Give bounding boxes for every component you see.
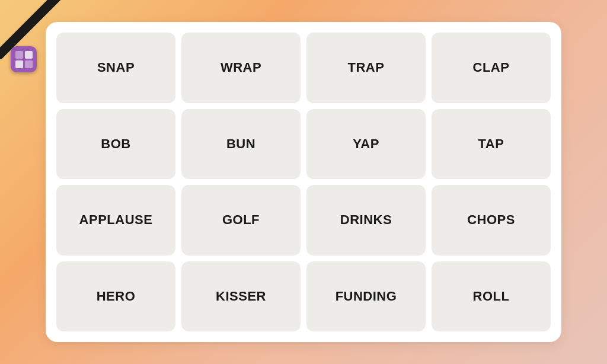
- main-grid-card: SNAPWRAPTRAPCLAPBOBBUNYAPTAPAPPLAUSEGOLF…: [46, 22, 561, 342]
- word-label-applause: APPLAUSE: [79, 212, 153, 228]
- word-tile-yap[interactable]: YAP: [306, 109, 426, 180]
- grid-row-1: BOBBUNYAPTAP: [56, 109, 551, 180]
- word-label-roll: ROLL: [473, 289, 510, 304]
- word-label-funding: FUNDING: [336, 289, 397, 304]
- word-label-tap: TAP: [478, 136, 504, 152]
- word-tile-trap[interactable]: TRAP: [306, 33, 426, 103]
- word-tile-funding[interactable]: FUNDING: [306, 261, 426, 332]
- grid-row-0: SNAPWRAPTRAPCLAP: [56, 33, 551, 103]
- icon-block-bl: [15, 60, 23, 68]
- word-label-trap: TRAP: [348, 60, 385, 75]
- grid-row-3: HEROKISSERFUNDINGROLL: [56, 261, 551, 332]
- word-label-yap: YAP: [353, 136, 379, 152]
- word-label-bun: BUN: [226, 136, 255, 152]
- word-tile-tap[interactable]: TAP: [432, 109, 551, 180]
- word-label-hero: HERO: [97, 289, 136, 304]
- icon-block-tl: [15, 51, 23, 59]
- word-tile-clap[interactable]: CLAP: [432, 33, 551, 103]
- word-tile-drinks[interactable]: DRINKS: [306, 185, 426, 256]
- word-label-bob: BOB: [101, 136, 130, 152]
- word-label-snap: SNAP: [97, 60, 135, 75]
- word-tile-hero[interactable]: HERO: [56, 261, 175, 332]
- word-label-wrap: WRAP: [221, 60, 261, 75]
- word-label-chops: CHOPS: [467, 212, 515, 228]
- word-tile-kisser[interactable]: KISSER: [181, 261, 301, 332]
- word-tile-bob[interactable]: BOB: [56, 109, 175, 180]
- word-label-kisser: KISSER: [216, 289, 266, 304]
- word-tile-applause[interactable]: APPLAUSE: [56, 185, 175, 256]
- word-tile-wrap[interactable]: WRAP: [181, 33, 301, 103]
- app-icon-grid: [12, 48, 36, 71]
- word-tile-chops[interactable]: CHOPS: [432, 185, 551, 256]
- icon-block-tr: [25, 51, 33, 59]
- word-label-clap: CLAP: [473, 60, 510, 75]
- word-tile-roll[interactable]: ROLL: [432, 261, 551, 332]
- word-tile-bun[interactable]: BUN: [181, 109, 301, 180]
- icon-block-br: [25, 60, 33, 68]
- grid-row-2: APPLAUSEGOLFDRINKSCHOPS: [56, 185, 551, 256]
- app-icon[interactable]: [11, 46, 37, 72]
- word-tile-golf[interactable]: GOLF: [181, 185, 301, 256]
- word-label-golf: GOLF: [222, 212, 260, 228]
- word-label-drinks: DRINKS: [340, 212, 392, 228]
